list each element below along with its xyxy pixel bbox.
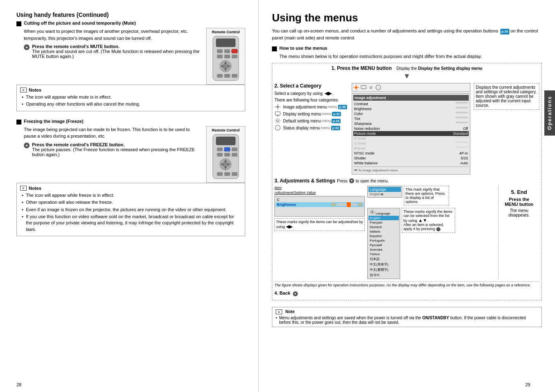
svg-rect-52 bbox=[361, 85, 366, 89]
left-page-number: 28 bbox=[16, 382, 21, 387]
menu-display-icon bbox=[361, 85, 366, 90]
svg-rect-6 bbox=[224, 55, 230, 58]
section-bullet bbox=[16, 21, 21, 26]
mute-notes-list: The icon will appear while mute is in ef… bbox=[20, 94, 242, 108]
svg-rect-23 bbox=[217, 153, 223, 157]
right-page: Operations Using the menus You can call … bbox=[259, 0, 555, 392]
step4-area: 4. Back ● bbox=[274, 289, 539, 298]
operations-tab: Operations bbox=[544, 90, 555, 136]
left-page-title: Using handy features (Continued) bbox=[16, 12, 245, 18]
mute-note-2: Operating any other functions will also … bbox=[22, 101, 242, 107]
category-list: Image adjustment menu menu p.30 Display … bbox=[274, 104, 348, 131]
adj-row-6 bbox=[276, 213, 364, 215]
intro-ref: p.16 bbox=[500, 29, 509, 35]
svg-point-47 bbox=[355, 86, 357, 89]
marks-note1: These marks signify the items can be adj… bbox=[274, 218, 365, 231]
mute-notes-title: ≡ Notes bbox=[20, 88, 242, 92]
lang-opt-english: English bbox=[368, 216, 399, 220]
step5-label: 5. End bbox=[502, 189, 536, 195]
lang-selected-item: Language bbox=[368, 187, 401, 192]
menu-row-ntsc: NTSC mode4P-in bbox=[353, 151, 469, 156]
svg-rect-1 bbox=[216, 39, 235, 47]
step1-area: 1. Press the MENU button Display the Dis… bbox=[274, 65, 539, 81]
remote-control-svg-1 bbox=[209, 35, 243, 83]
step3-content: Item Adjustment/Setting Value C Brightne… bbox=[274, 186, 539, 279]
menu-gear-icon bbox=[368, 85, 374, 90]
mute-header: Cutting off the picture and sound tempor… bbox=[24, 21, 136, 25]
cat3-ref: p.32 bbox=[332, 119, 341, 123]
adj-row-1: C bbox=[276, 197, 364, 202]
brightness-slider: 🔆 🔆 bbox=[331, 203, 362, 207]
menu-row-color: Color bbox=[353, 111, 469, 116]
svg-rect-41 bbox=[275, 112, 280, 115]
menu-footer: ⬅ To image adjustment menu bbox=[353, 166, 469, 173]
lang-opt-ru: Русский bbox=[368, 243, 399, 247]
lang-opt-es: Español bbox=[368, 234, 399, 238]
cat-item-1: Image adjustment menu menu p.30 bbox=[274, 104, 348, 110]
left-page: Using handy features (Continued) Cutting… bbox=[0, 0, 259, 392]
svg-rect-33 bbox=[224, 172, 230, 176]
menu-row-rlevel: R-level bbox=[353, 136, 469, 141]
cat2-ref: p.31 bbox=[332, 112, 341, 116]
step3-right: Language English ▶ This mark signfy that… bbox=[367, 186, 496, 279]
svg-rect-7 bbox=[232, 55, 237, 58]
image-adj-menu: Image adjustment Contrast Brightness Col… bbox=[352, 93, 470, 175]
menu-screenshot: i Image adjustment Contrast Brightness C… bbox=[352, 83, 470, 175]
cat4-menu: menu bbox=[321, 126, 330, 130]
menu-sun-icon bbox=[353, 85, 359, 90]
step2-desc: Select a category by using ◀▶. bbox=[274, 90, 348, 96]
mute-note-1: The icon will appear while mute is in ef… bbox=[22, 94, 242, 100]
mute-press-desc: The picture and sound are cut off. (The … bbox=[32, 49, 200, 59]
step3-area: 3. Adjustments & Settings Press ● to ope… bbox=[274, 178, 539, 287]
lang-opt-ja: 日本語 bbox=[368, 256, 399, 262]
arrow-icons: ◀▶ bbox=[325, 90, 332, 96]
svg-point-31 bbox=[223, 162, 228, 167]
cat1-menu: menu bbox=[328, 105, 337, 109]
step5-area: 5. End Press the MENU button The menu di… bbox=[498, 186, 539, 279]
freeze-note-2: Other operation will also release the fr… bbox=[22, 199, 242, 205]
info-icon: i bbox=[274, 125, 281, 131]
freeze-note-4: If you use this function on video softwa… bbox=[22, 214, 242, 233]
menu-row-picture-mode: Picture modeStandard bbox=[353, 131, 469, 136]
svg-point-44 bbox=[277, 120, 279, 122]
lang-opt-zh2: 中文(繁體字) bbox=[368, 267, 399, 272]
svg-point-13 bbox=[223, 64, 228, 69]
lang-english: English ▶ bbox=[368, 192, 401, 196]
categories-intro: There are following four categories: bbox=[274, 98, 348, 102]
step2-right-note: Displays the current adjustments and set… bbox=[474, 83, 539, 110]
how-to-use-desc: The menu shown below is for operation in… bbox=[279, 53, 542, 60]
enter-icon: ● bbox=[349, 178, 354, 183]
menu-info-icon: i bbox=[375, 85, 381, 90]
lang-opt-it: Italiano bbox=[368, 229, 399, 234]
right-note-bullet: • Menu adjustments and settings are save… bbox=[276, 316, 538, 325]
lang-opt-sv: Svenska bbox=[368, 247, 399, 252]
svg-rect-20 bbox=[217, 148, 223, 151]
step1-label: 1. Press the MENU button bbox=[332, 65, 393, 71]
step3-label: 3. Adjustments & Settings bbox=[274, 178, 335, 184]
step2-area: 2. Select a Category Select a category b… bbox=[274, 83, 539, 175]
menu-row-sharpness: Sharpness bbox=[353, 121, 469, 126]
menu-diagram: 1. Press the MENU button Display the Dis… bbox=[272, 63, 542, 300]
sun-icon bbox=[274, 104, 281, 110]
svg-rect-22 bbox=[232, 148, 237, 151]
menu-row-contrast: Contrast bbox=[353, 101, 469, 106]
cat1-ref: p.30 bbox=[338, 105, 347, 109]
svg-rect-5 bbox=[217, 55, 223, 58]
lang-opt-de: Deutsch bbox=[368, 225, 399, 229]
mute-press-label: Press the remote control's MUTE button. bbox=[32, 44, 120, 49]
svg-rect-3 bbox=[224, 49, 230, 53]
step2-label: 2. Select a Category bbox=[274, 83, 348, 89]
freeze-notes-list: The icon will appear while freeze is in … bbox=[20, 192, 242, 233]
svg-rect-34 bbox=[232, 172, 237, 176]
lang-area: Language English ▶ This mark signfy that… bbox=[367, 186, 496, 205]
svg-rect-24 bbox=[224, 153, 230, 157]
step2-left: 2. Select a Category Select a category b… bbox=[274, 83, 348, 132]
lang-opt-zh1: 中文(简体字) bbox=[368, 262, 399, 267]
adjust-menu-sim: C Brightness 🔆 🔆 bbox=[274, 196, 365, 217]
step5-desc: The menu disappears. bbox=[502, 208, 536, 217]
note-icon: ≡ bbox=[276, 309, 282, 314]
svg-rect-14 bbox=[217, 74, 223, 78]
menu-row-glevel: G-level bbox=[353, 141, 469, 146]
freeze-note-1: The icon will appear while freeze is in … bbox=[22, 192, 242, 198]
menu-row-tint: Tint bbox=[353, 116, 469, 121]
